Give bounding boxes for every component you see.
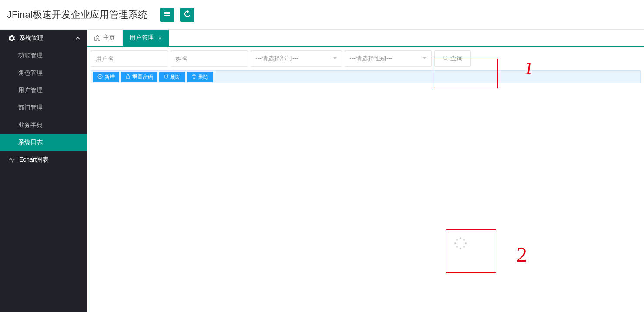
annotation-box-2 — [446, 229, 496, 273]
button-label: 查询 — [450, 55, 463, 63]
sidebar-item-label: 业务字典 — [18, 121, 43, 129]
refresh-icon — [164, 74, 170, 80]
query-button[interactable]: 查询 — [434, 50, 471, 67]
menu-icon — [164, 10, 171, 19]
app-title: JFinal极速开发企业应用管理系统 — [7, 8, 147, 21]
search-icon — [443, 55, 450, 63]
sidebar-item-label: 系统管理 — [19, 34, 43, 42]
tab-label: 用户管理 — [130, 34, 154, 42]
menu-toggle-button[interactable] — [160, 8, 174, 22]
chevron-down-icon — [422, 55, 427, 62]
gender-select[interactable]: ---请选择性别--- — [345, 50, 432, 67]
sidebar-item-system-log[interactable]: 系统日志 — [0, 134, 87, 151]
sidebar-item-label: 部门管理 — [18, 104, 43, 112]
button-label: 删除 — [198, 73, 209, 81]
refresh-header-button[interactable] — [180, 8, 194, 22]
reset-password-button[interactable]: 重置密码 — [121, 72, 157, 82]
select-placeholder: ---请选择性别--- — [350, 55, 392, 63]
sidebar-item-biz-dict[interactable]: 业务字典 — [0, 116, 87, 134]
home-icon — [94, 35, 100, 41]
gear-icon — [9, 35, 15, 41]
sidebar-item-echart[interactable]: Echart图表 — [0, 151, 87, 169]
select-placeholder: ---请选择部门--- — [256, 55, 298, 63]
sidebar-item-label: 角色管理 — [18, 69, 43, 77]
dept-select[interactable]: ---请选择部门--- — [251, 50, 342, 67]
button-label: 新增 — [104, 73, 115, 81]
name-input[interactable] — [171, 50, 248, 67]
plus-icon — [97, 74, 104, 80]
button-label: 重置密码 — [132, 73, 153, 81]
trash-icon — [191, 74, 198, 80]
svg-point-0 — [444, 56, 447, 59]
username-input[interactable] — [91, 50, 168, 67]
loading-spinner-icon — [454, 237, 467, 249]
tab-label: 主页 — [103, 34, 115, 42]
filter-row: ---请选择部门--- ---请选择性别--- 查询 — [87, 47, 644, 70]
sidebar-item-system-mgmt[interactable]: 系统管理 — [0, 30, 87, 47]
table-toolbar: 新增 重置密码 刷新 删除 — [91, 70, 641, 83]
annotation-label-2: 2 — [517, 242, 527, 266]
sidebar-item-role-mgmt[interactable]: 角色管理 — [0, 64, 87, 82]
delete-button[interactable]: 删除 — [187, 72, 213, 82]
tabs-bar: 主页 用户管理 × — [87, 30, 644, 47]
chevron-up-icon — [76, 35, 80, 42]
tab-home[interactable]: 主页 — [87, 30, 123, 46]
sidebar-item-user-mgmt[interactable]: 用户管理 — [0, 82, 87, 99]
main-area: 主页 用户管理 × ---请选择部门--- ---请选择性别--- — [87, 30, 644, 312]
activity-icon — [9, 157, 15, 163]
svg-rect-2 — [126, 76, 130, 79]
sidebar-item-label: 系统日志 — [18, 139, 43, 146]
tab-content: ---请选择部门--- ---请选择性别--- 查询 — [87, 47, 644, 312]
tab-user-mgmt[interactable]: 用户管理 × — [123, 30, 169, 46]
add-button[interactable]: 新增 — [93, 72, 119, 82]
sidebar: 系统管理 功能管理 角色管理 用户管理 部门管理 业务字典 系统日志 Echar… — [0, 30, 87, 312]
sidebar-item-function-mgmt[interactable]: 功能管理 — [0, 47, 87, 64]
close-icon[interactable]: × — [158, 35, 162, 41]
refresh-icon — [184, 10, 191, 19]
lock-icon — [125, 74, 132, 80]
sidebar-item-dept-mgmt[interactable]: 部门管理 — [0, 99, 87, 116]
button-label: 刷新 — [170, 73, 181, 81]
refresh-button[interactable]: 刷新 — [159, 72, 185, 82]
top-header: JFinal极速开发企业应用管理系统 — [0, 0, 644, 30]
sidebar-item-label: 用户管理 — [18, 86, 43, 94]
sidebar-item-label: 功能管理 — [18, 52, 43, 60]
sidebar-item-label: Echart图表 — [19, 156, 49, 164]
chevron-down-icon — [332, 55, 337, 62]
